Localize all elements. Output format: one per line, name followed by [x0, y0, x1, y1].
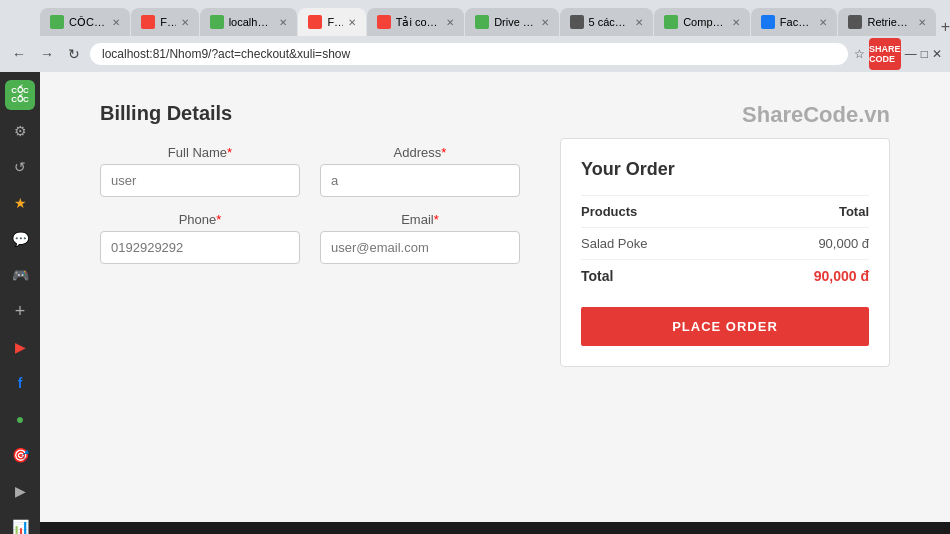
- footer: DELICIOUSA The way they make shows is, t…: [40, 522, 950, 534]
- sidebar-grid-icon[interactable]: 📊: [5, 512, 35, 534]
- page-content: Billing Details Full Name* Address*: [40, 72, 950, 534]
- order-title: Your Order: [581, 159, 869, 180]
- close-button[interactable]: ✕: [932, 47, 942, 61]
- sidebar-coccoc-icon[interactable]: CỐCCỐC: [5, 80, 35, 110]
- billing-form: Full Name* Address* Phone*: [100, 145, 520, 264]
- tab-label: CỐC CỐC: [69, 16, 107, 29]
- tab-tai-code[interactable]: Tải code n... ✕: [367, 8, 464, 36]
- tab-drive[interactable]: Drive của... ✕: [465, 8, 558, 36]
- order-table: Products Total Salad Poke 90,000 đ Total: [581, 195, 869, 292]
- tab-retrieve[interactable]: Retrieve D... ✕: [838, 8, 935, 36]
- address-input[interactable]: [320, 164, 520, 197]
- tab-close-icon[interactable]: ✕: [181, 17, 189, 28]
- sidebar-add-icon[interactable]: +: [5, 296, 35, 326]
- tab-coccoc[interactable]: CỐC CỐC ✕: [40, 8, 130, 36]
- tab-favicon: [141, 15, 155, 29]
- tab-localhost[interactable]: localhost:8... ✕: [200, 8, 298, 36]
- tab-label: Facebook: [780, 16, 815, 28]
- sidebar-chat-icon[interactable]: 💬: [5, 224, 35, 254]
- order-total-row: Total 90,000 đ: [581, 260, 869, 293]
- sidebar-play-icon[interactable]: ▶: [5, 476, 35, 506]
- email-group: Email*: [320, 212, 520, 264]
- tab-food1[interactable]: Food ✕: [131, 8, 198, 36]
- required-star: *: [227, 145, 232, 160]
- tab-close-icon[interactable]: ✕: [635, 17, 643, 28]
- tab-close-icon[interactable]: ✕: [112, 17, 120, 28]
- email-input[interactable]: [320, 231, 520, 264]
- address-label: Address*: [394, 145, 447, 160]
- tab-close-icon[interactable]: ✕: [732, 17, 740, 28]
- col-total-header: Total: [738, 196, 869, 228]
- sidebar-facebook-icon[interactable]: f: [5, 368, 35, 398]
- tab-compress[interactable]: Compress... ✕: [654, 8, 750, 36]
- tab-close-icon[interactable]: ✕: [348, 17, 356, 28]
- tab-close-icon[interactable]: ✕: [819, 17, 827, 28]
- tab-label: Food: [327, 16, 342, 28]
- content-area: Billing Details Full Name* Address*: [40, 72, 950, 522]
- billing-title: Billing Details: [100, 102, 520, 125]
- sidebar-games-icon[interactable]: 🎮: [5, 260, 35, 290]
- sidebar-youtube-icon[interactable]: ▶: [5, 332, 35, 362]
- tab-food-active[interactable]: Food ✕: [298, 8, 365, 36]
- reload-button[interactable]: ↻: [64, 44, 84, 64]
- tab-close-icon[interactable]: ✕: [541, 17, 549, 28]
- tab-favicon: [475, 15, 489, 29]
- sidebar-circle-icon[interactable]: ●: [5, 404, 35, 434]
- sidebar-star-icon[interactable]: ★: [5, 188, 35, 218]
- address-group: Address*: [320, 145, 520, 197]
- address-bar-row: ← → ↻ ☆ SHARECODE — □ ✕: [0, 36, 950, 72]
- restore-button[interactable]: □: [921, 47, 928, 61]
- logo-text: SHARECODE: [869, 44, 901, 64]
- required-star: *: [441, 145, 446, 160]
- forward-button[interactable]: →: [36, 44, 58, 64]
- star-icon[interactable]: ☆: [854, 47, 865, 61]
- address-bar[interactable]: [90, 43, 848, 65]
- browser-sidebar: CỐCCỐC ⚙ ↺ ★ 💬 🎮 + ▶ f ● 🎯 ▶ 📊 🔔 ⋯: [0, 72, 40, 534]
- sidebar-target-icon[interactable]: 🎯: [5, 440, 35, 470]
- tab-favicon: [377, 15, 391, 29]
- phone-label: Phone*: [179, 212, 222, 227]
- new-tab-icon[interactable]: +: [941, 18, 950, 36]
- tab-favicon: [761, 15, 775, 29]
- minimize-button[interactable]: —: [905, 47, 917, 61]
- order-item-row: Salad Poke 90,000 đ: [581, 228, 869, 260]
- tab-favicon: [848, 15, 862, 29]
- total-amount: 90,000 đ: [738, 260, 869, 293]
- tab-label: 5 cách ne...: [589, 16, 631, 28]
- col-products-header: Products: [581, 196, 738, 228]
- sidebar-settings-icon[interactable]: ⚙: [5, 116, 35, 146]
- sharecode-brand: ShareCode.vn: [560, 102, 890, 128]
- billing-section: Billing Details Full Name* Address*: [100, 102, 520, 492]
- tab-5-cach[interactable]: 5 cách ne... ✕: [560, 8, 654, 36]
- sidebar-history-icon[interactable]: ↺: [5, 152, 35, 182]
- order-section: ShareCode.vn Your Order Products Total: [560, 102, 890, 492]
- tab-close-icon[interactable]: ✕: [446, 17, 454, 28]
- tab-label: localhost:8...: [229, 16, 275, 28]
- phone-group: Phone*: [100, 212, 300, 264]
- full-name-group: Full Name*: [100, 145, 300, 197]
- required-star: *: [434, 212, 439, 227]
- full-name-label: Full Name*: [168, 145, 232, 160]
- email-label: Email*: [401, 212, 439, 227]
- back-button[interactable]: ←: [8, 44, 30, 64]
- place-order-button[interactable]: PLACE ORDER: [581, 307, 869, 346]
- browser-toolbar-icons: ☆ SHARECODE — □ ✕: [854, 38, 942, 70]
- tab-favicon: [50, 15, 64, 29]
- item-price: 90,000 đ: [738, 228, 869, 260]
- phone-input[interactable]: [100, 231, 300, 264]
- tab-favicon: [210, 15, 224, 29]
- tab-label: Retrieve D...: [867, 16, 912, 28]
- total-label: Total: [581, 260, 738, 293]
- tab-close-icon[interactable]: ✕: [279, 17, 287, 28]
- tab-facebook[interactable]: Facebook ✕: [751, 8, 838, 36]
- tab-close-icon[interactable]: ✕: [918, 17, 926, 28]
- required-star: *: [216, 212, 221, 227]
- order-box: Your Order Products Total Salad Poke 90,…: [560, 138, 890, 367]
- tab-bar: CỐC CỐC ✕ Food ✕ localhost:8... ✕ Food ✕…: [0, 0, 950, 36]
- tab-label: Compress...: [683, 16, 727, 28]
- item-name: Salad Poke: [581, 228, 738, 260]
- tab-favicon: [664, 15, 678, 29]
- full-name-input[interactable]: [100, 164, 300, 197]
- tab-label: Drive của...: [494, 16, 535, 29]
- tab-favicon: [308, 15, 322, 29]
